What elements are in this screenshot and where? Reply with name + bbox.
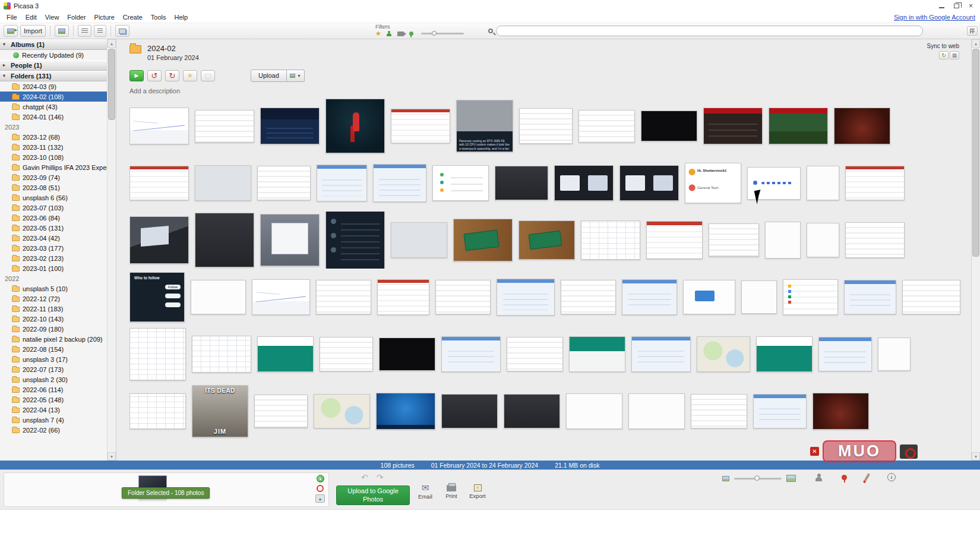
collapse-triangle-icon[interactable]: ▸ [3, 63, 8, 68]
photo-thumbnail[interactable] [320, 337, 373, 371]
photo-thumbnail[interactable] [432, 165, 489, 201]
photo-thumbnail[interactable] [377, 279, 429, 315]
sync-refresh-icon[interactable]: ↻ [939, 51, 949, 59]
photo-thumbnail[interactable] [252, 279, 310, 315]
sidebar-folder-item[interactable]: 2023-02 (123) [0, 253, 107, 263]
albums-section-header[interactable]: ▾ Albums (1) [0, 39, 107, 50]
photo-thumbnail[interactable] [697, 336, 750, 372]
photo-thumbnail[interactable] [641, 111, 697, 141]
add-to-tray-button[interactable]: ▲ [315, 494, 325, 503]
photo-thumbnail[interactable] [129, 328, 186, 380]
sidebar-folder-item[interactable]: 2023-03 (177) [0, 243, 107, 253]
hold-selection-button[interactable] [317, 475, 324, 483]
sidebar-folder-item[interactable]: 2024-02 (108) [0, 92, 107, 102]
properties-panel-icon[interactable]: i [887, 473, 896, 481]
watermark-close-icon[interactable]: ✕ [810, 447, 819, 456]
people-filter-icon[interactable] [387, 31, 392, 36]
menu-edit[interactable]: Edit [21, 12, 41, 22]
photo-thumbnail[interactable] [834, 108, 890, 144]
star-button[interactable]: ★ [183, 70, 197, 81]
scroll-down-icon[interactable]: ▼ [972, 452, 980, 461]
sidebar-folder-item[interactable]: 2023-08 (51) [0, 182, 107, 193]
photo-thumbnail[interactable] [769, 108, 828, 144]
photo-thumbnail[interactable] [703, 108, 763, 144]
photo-thumbnail[interactable] [753, 394, 807, 428]
sidebar-folder-item[interactable]: natalie pixel 2 backup (209) [0, 334, 107, 344]
photo-thumbnail[interactable] [195, 110, 254, 143]
photo-thumbnail[interactable] [807, 166, 839, 200]
video-filter-icon[interactable] [397, 31, 404, 36]
photo-thumbnail[interactable] [628, 393, 685, 429]
sidebar-scroll-thumb[interactable] [108, 49, 115, 120]
photo-thumbnail[interactable] [376, 393, 435, 430]
print-button[interactable]: Print [440, 483, 463, 499]
sidebar-folder-item[interactable]: 2023-10 (108) [0, 152, 107, 162]
photo-thumbnail[interactable] [497, 279, 555, 316]
rotate-cw-button[interactable]: ↻ [165, 70, 179, 81]
photo-thumbnail[interactable] [495, 166, 548, 200]
photo-thumbnail[interactable] [391, 109, 450, 143]
places-panel-icon[interactable] [842, 475, 847, 480]
photo-thumbnail[interactable] [691, 394, 747, 428]
photo-thumbnail[interactable] [569, 336, 625, 372]
sidebar-folder-item[interactable]: unsplash 5 (10) [0, 283, 107, 294]
sidebar-folder-item[interactable]: Gavin Phillips IFA 2023 Expen [0, 162, 107, 172]
photo-thumbnail[interactable] [379, 338, 435, 371]
photo-thumbnail[interactable] [316, 280, 371, 314]
sidebar-folder-item[interactable]: 2022-11 (183) [0, 304, 107, 314]
sidebar-folder-item[interactable]: 2022-04 (13) [0, 405, 107, 415]
photo-thumbnail[interactable] [646, 221, 703, 259]
upload-dropdown-button[interactable]: ▼ [287, 70, 305, 82]
upload-to-google-photos-button[interactable]: Upload to Google Photos [336, 485, 410, 505]
library-view-toggle[interactable] [967, 26, 978, 36]
sidebar-folder-item[interactable]: 2022-09 (180) [0, 324, 107, 334]
photo-thumbnail[interactable] [631, 336, 691, 372]
photo-thumbnail[interactable] [257, 166, 311, 200]
sidebar-folder-item[interactable]: unsplash 2 (30) [0, 374, 107, 384]
people-panel-icon[interactable] [815, 474, 823, 481]
photo-thumbnail[interactable] [373, 164, 426, 202]
scroll-down-icon[interactable]: ▼ [108, 452, 116, 461]
upload-button[interactable]: Upload [251, 70, 287, 82]
photo-thumbnail[interactable] [619, 165, 679, 201]
sidebar-folder-item[interactable]: 2022-07 (173) [0, 364, 107, 374]
restore-icon[interactable] [954, 4, 959, 8]
photo-thumbnail[interactable] [254, 395, 308, 428]
hold-button[interactable]: ▢ [201, 70, 215, 81]
zoom-out-icon[interactable] [722, 476, 729, 481]
photo-thumbnail[interactable] [622, 279, 677, 315]
sidebar-folder-item[interactable]: 2022-02 (66) [0, 425, 107, 435]
star-filter-icon[interactable]: ★ [375, 30, 381, 37]
menu-folder[interactable]: Folder [63, 12, 90, 22]
menu-picture[interactable]: Picture [90, 12, 119, 22]
flat-view-button[interactable] [78, 25, 91, 37]
sidebar-folder-item[interactable]: 2023-01 (100) [0, 263, 107, 273]
photo-thumbnail[interactable] [818, 337, 872, 371]
sidebar-folder-item[interactable]: 2022-10 (143) [0, 314, 107, 324]
thumbnail-view-button[interactable] [115, 25, 129, 37]
photo-thumbnail[interactable] [507, 337, 563, 371]
geotag-filter-icon[interactable] [409, 31, 413, 36]
photo-thumbnail[interactable] [783, 279, 838, 315]
photo-thumbnail[interactable] [519, 220, 575, 260]
photo-thumbnail[interactable] [129, 108, 189, 144]
clear-selection-button[interactable] [317, 485, 324, 492]
sidebar-folder-item[interactable]: 2022-06 (114) [0, 384, 107, 395]
photo-thumbnail[interactable] [191, 280, 246, 314]
photo-thumbnail[interactable] [391, 222, 447, 258]
photo-thumbnail[interactable] [554, 165, 614, 201]
photo-thumbnail[interactable] [845, 222, 905, 258]
sidebar-folder-item[interactable]: 2024-01 (146) [0, 112, 107, 122]
photo-thumbnail[interactable] [845, 166, 905, 200]
sidebar-folder-item[interactable]: 2023-09 (74) [0, 172, 107, 182]
zoom-in-icon[interactable] [786, 475, 796, 482]
collapse-triangle-icon[interactable]: ▾ [3, 42, 8, 47]
photo-thumbnail[interactable] [878, 338, 911, 371]
minimize-icon[interactable] [939, 7, 944, 8]
play-slideshow-button[interactable]: ▶ [129, 70, 144, 81]
photo-thumbnail[interactable] [195, 213, 254, 267]
undo-icon[interactable]: ↶ [361, 472, 368, 482]
rotate-ccw-button[interactable]: ↺ [147, 70, 162, 81]
photo-thumbnail[interactable] [902, 280, 960, 314]
sidebar-folder-item[interactable]: unsplash 6 (56) [0, 193, 107, 203]
